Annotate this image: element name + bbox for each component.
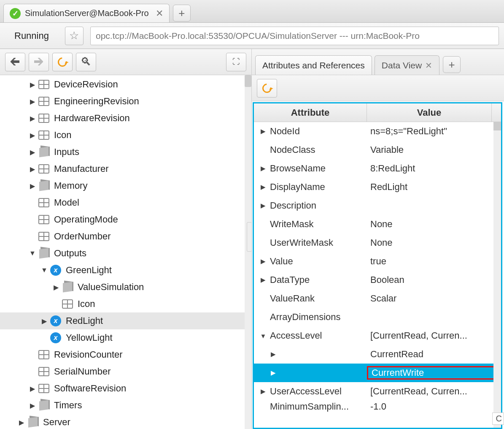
attribute-row[interactable]: ▶UserWriteMaskNone	[254, 234, 501, 252]
attribute-name: NodeClass	[270, 144, 315, 155]
tree-row[interactable]: ▶Icon	[0, 296, 251, 312]
property-icon	[38, 164, 50, 174]
caret-icon[interactable]: ▶	[269, 350, 278, 358]
tree-row[interactable]: ▶xRedLight	[0, 312, 251, 329]
node-tree[interactable]: ▶DeviceRevision▶EngineeringRevision▶Hard…	[0, 75, 251, 429]
tree-row[interactable]: ▼xGreenLight	[0, 262, 251, 279]
attribute-row[interactable]: ▶ArrayDimensions	[254, 308, 501, 326]
caret-icon[interactable]: ▶	[29, 182, 36, 190]
browser-pane: 🡰 🡲 🔍︎ ⛶ ▶DeviceRevision▶EngineeringRevi…	[0, 49, 252, 429]
tree-row[interactable]: ▶DeviceRevision	[0, 76, 251, 93]
caret-icon[interactable]: ▶	[259, 202, 267, 209]
caret-icon[interactable]: ▼	[40, 266, 48, 274]
tree-row[interactable]: ▶RevisionCounter	[0, 346, 251, 363]
scroll-thumb[interactable]	[493, 122, 501, 130]
tree-row[interactable]: ▶ValueSimulation	[0, 279, 251, 296]
tree-row[interactable]: ▶Timers	[0, 397, 251, 414]
tree-row[interactable]: ▶EngineeringRevision	[0, 93, 251, 110]
attribute-row[interactable]: ▶WriteMaskNone	[254, 215, 501, 234]
url-field[interactable]: opc.tcp://MacBook-Pro.local:53530/OPCUA/…	[90, 27, 499, 45]
attribute-row[interactable]: ▶Valuetrue	[254, 252, 501, 271]
tree-label: OperatingMode	[54, 214, 118, 225]
caret-icon[interactable]: ▶	[259, 388, 267, 395]
scroll-thumb[interactable]	[245, 75, 251, 87]
caret-icon[interactable]: ▶	[269, 369, 278, 377]
table-body[interactable]: ▶NodeIdns=8;s="RedLight"▶NodeClassVariab…	[254, 122, 501, 428]
favorite-button[interactable]: ☆	[65, 27, 84, 45]
object-icon	[27, 417, 39, 427]
caret-icon[interactable]: ▶	[259, 276, 267, 284]
attribute-row[interactable]: ▶DisplayNameRedLight	[254, 178, 501, 196]
caret-icon[interactable]: ▶	[29, 165, 36, 173]
tree-label: YellowLight	[66, 332, 113, 343]
close-icon[interactable]: ✕	[425, 60, 432, 71]
attribute-row[interactable]: ▼AccessLevel[CurrentRead, Curren...	[254, 326, 501, 345]
splitter-handle[interactable]	[247, 222, 252, 252]
attribute-value: Variable	[367, 144, 501, 155]
expand-button[interactable]: ⛶	[226, 53, 246, 71]
attribute-row[interactable]: ▶NodeIdns=8;s="RedLight"	[254, 122, 501, 141]
search-button[interactable]: 🔍︎	[76, 53, 96, 71]
tree-label: Manufacturer	[54, 163, 109, 174]
caret-icon[interactable]: ▶	[40, 317, 48, 325]
connection-tab[interactable]: ✓ SimulationServer@MacBook-Pro ✕	[3, 4, 170, 22]
refresh-attributes-button[interactable]	[257, 79, 277, 98]
tree-scrollbar[interactable]	[245, 75, 251, 429]
caret-icon[interactable]: ▶	[29, 131, 36, 139]
attribute-row[interactable]: ▶NodeClassVariable	[254, 141, 501, 159]
caret-icon[interactable]: ▶	[29, 81, 36, 89]
caret-icon[interactable]: ▶	[29, 148, 36, 156]
new-tab-button[interactable]: +	[173, 5, 191, 22]
caret-icon[interactable]: ▼	[259, 332, 267, 339]
close-icon[interactable]: ✕	[156, 8, 163, 19]
attribute-row[interactable]: ▶DataTypeBoolean	[254, 271, 501, 289]
tree-row[interactable]: ▶Icon	[0, 127, 251, 144]
add-tab-button[interactable]: +	[443, 56, 461, 73]
caret-icon[interactable]: ▶	[18, 418, 25, 426]
tab-attributes[interactable]: Attributes and References	[255, 55, 372, 75]
attribute-row[interactable]: ▶CurrentRead	[254, 345, 501, 364]
refresh-icon	[56, 55, 69, 68]
attribute-name: ArrayDimensions	[270, 312, 341, 323]
caret-icon[interactable]: ▶	[259, 128, 267, 135]
caret-icon[interactable]: ▶	[259, 258, 267, 265]
tree-row[interactable]: ▶SerialNumber	[0, 363, 251, 380]
caret-icon[interactable]: ▶	[29, 402, 36, 410]
tree-row[interactable]: ▶HardwareRevision	[0, 110, 251, 127]
attribute-row[interactable]: ▶UserAccessLevel[CurrentRead, Curren...	[254, 382, 501, 401]
caret-icon[interactable]: ▶	[29, 114, 36, 122]
caret-icon[interactable]: ▶	[259, 183, 267, 191]
variable-icon: x	[50, 316, 62, 326]
caret-icon[interactable]: ▶	[259, 165, 267, 172]
tree-row[interactable]: ▶SoftwareRevision	[0, 380, 251, 397]
tree-row[interactable]: ▶Memory	[0, 177, 251, 194]
attribute-value: [CurrentRead, Curren...	[367, 330, 501, 341]
table-scrollbar[interactable]	[493, 122, 501, 428]
attribute-row[interactable]: ▶Description	[254, 196, 501, 215]
tree-row[interactable]: ▶xYellowLight	[0, 329, 251, 346]
attribute-row[interactable]: ▶ValueRankScalar	[254, 289, 501, 308]
attribute-row[interactable]: ▶MinimumSamplin...-1.0	[254, 401, 501, 413]
refresh-button[interactable]	[52, 53, 73, 71]
tree-row[interactable]: ▶Inputs	[0, 144, 251, 160]
forward-button[interactable]: 🡲	[29, 53, 49, 71]
tree-row[interactable]: ▼Outputs	[0, 245, 251, 262]
tree-row[interactable]: ▶OperatingMode	[0, 211, 251, 228]
status-ok-icon: ✓	[10, 8, 21, 19]
tree-row[interactable]: ▶Manufacturer	[0, 160, 251, 177]
caret-icon[interactable]: ▼	[29, 250, 36, 257]
caret-icon[interactable]: ▶	[29, 98, 36, 106]
caret-icon[interactable]: ▶	[52, 283, 60, 291]
tree-row[interactable]: ▶Model	[0, 194, 251, 211]
tab-data-view[interactable]: Data View ✕	[375, 55, 439, 75]
header-attribute[interactable]: Attribute	[254, 103, 367, 122]
attribute-row[interactable]: ▶BrowseName8:RedLight	[254, 159, 501, 178]
tree-row[interactable]: ▶OrderNumber	[0, 228, 251, 245]
header-value[interactable]: Value	[367, 103, 492, 122]
property-icon	[38, 231, 50, 242]
arrow-left-icon: 🡰	[10, 56, 20, 68]
caret-icon[interactable]: ▶	[29, 385, 36, 393]
tree-row[interactable]: ▶Server	[0, 414, 251, 429]
attribute-row[interactable]: ▶CurrentWrite	[254, 364, 501, 382]
back-button[interactable]: 🡰	[5, 53, 25, 71]
